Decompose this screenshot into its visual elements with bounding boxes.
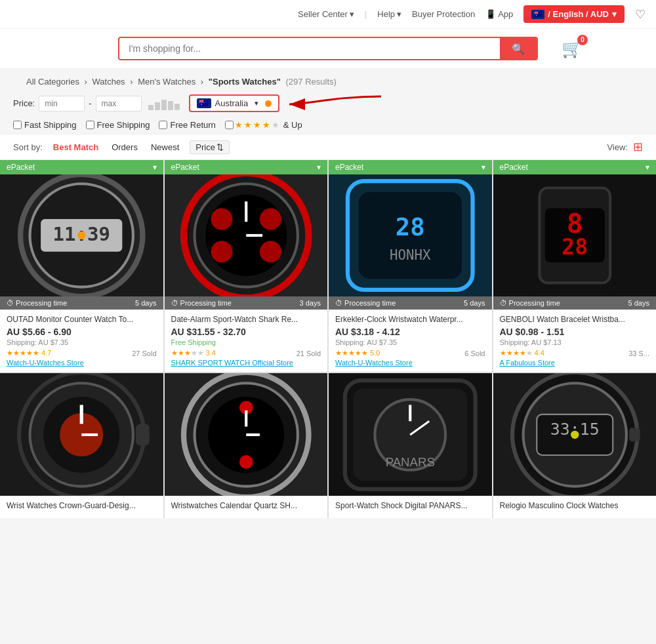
product-card[interactable]: ePacket ▾ 8 28 ⏱ Processing time 5 days … bbox=[493, 160, 657, 372]
app-link[interactable]: 📱 App bbox=[485, 9, 513, 19]
star-icon: ★ bbox=[361, 349, 368, 357]
product-image: 33:15 bbox=[493, 373, 657, 495]
sort-price[interactable]: Price ⇅ bbox=[190, 140, 230, 154]
free-return-filter[interactable]: Free Return bbox=[159, 120, 215, 130]
grid-view-button[interactable]: ⊞ bbox=[633, 140, 643, 154]
epacket-label: ePacket bbox=[500, 163, 528, 172]
view-label: View: bbox=[607, 142, 628, 152]
store-link[interactable]: A Fabulous Store bbox=[500, 359, 650, 367]
svg-text:28: 28 bbox=[396, 212, 425, 241]
product-title: Sport-Watch Shock Digital PANARS... bbox=[335, 501, 485, 510]
product-price: AU $0.98 - 1.51 bbox=[500, 327, 650, 337]
svg-text:PANARS: PANARS bbox=[386, 454, 435, 468]
chevron-down-icon: ▾ bbox=[646, 163, 649, 172]
fast-shipping-checkbox[interactable] bbox=[13, 121, 22, 129]
search-input[interactable] bbox=[119, 38, 500, 59]
search-icon: 🔍 bbox=[512, 43, 525, 54]
product-card[interactable]: Wristwatches Calendar Quartz SH... bbox=[165, 373, 328, 517]
product-shipping: Shipping: AU $7.13 bbox=[500, 338, 650, 346]
clock-icon: ⏱ Processing time bbox=[335, 299, 396, 307]
cart-badge: 0 bbox=[577, 35, 588, 45]
star-icon: ★ bbox=[262, 120, 270, 130]
breadcrumb-all-categories[interactable]: All Categories bbox=[26, 77, 79, 87]
price-min-input[interactable] bbox=[39, 96, 85, 111]
sold-count: 21 Sold bbox=[297, 350, 321, 357]
product-meta: ★★★★★ 3.4 21 Sold bbox=[171, 349, 321, 357]
cart-button[interactable]: 🛒 0 bbox=[562, 39, 583, 59]
language-selector[interactable]: 🇦🇺 / English / AUD ▾ bbox=[523, 5, 625, 23]
breadcrumb-mens-watches[interactable]: Men's Watches bbox=[138, 77, 195, 87]
price-sort-label: Price bbox=[195, 142, 215, 152]
star-icon: ★ bbox=[520, 349, 526, 357]
sort-best-match[interactable]: Best Match bbox=[51, 141, 101, 153]
store-link[interactable]: Watch-U-Watches Store bbox=[335, 359, 485, 367]
wishlist-icon[interactable]: ♡ bbox=[635, 7, 646, 22]
product-title: Wrist Watches Crown-Guard-Desig... bbox=[7, 501, 157, 510]
product-price: AU $3.18 - 4.12 bbox=[335, 327, 485, 337]
product-shipping: Shipping: AU $7.35 bbox=[7, 338, 157, 346]
store-link[interactable]: SHARK SPORT WATCH Official Store bbox=[171, 359, 321, 367]
product-info: Wristwatches Calendar Quartz SH... bbox=[165, 496, 328, 518]
watch-image: 28 HONHX bbox=[329, 174, 492, 296]
store-link[interactable]: Watch-U-Watches Store bbox=[7, 359, 157, 367]
svg-rect-38 bbox=[136, 424, 150, 445]
star-icon: ★ bbox=[13, 349, 20, 357]
free-shipping-checkbox[interactable] bbox=[86, 121, 94, 129]
sort-by-label: Sort by: bbox=[13, 142, 43, 152]
search-button[interactable]: 🔍 bbox=[500, 38, 537, 59]
product-card[interactable]: 33:15 Relogio Masculino Clock Watches bbox=[493, 373, 657, 517]
watch-image: 11:39 bbox=[0, 174, 163, 296]
price-bar bbox=[161, 100, 167, 110]
product-info: Wrist Watches Crown-Guard-Desig... bbox=[0, 496, 163, 518]
product-info: OUTAD Monitor Counter Watch To... AU $5.… bbox=[0, 310, 163, 372]
star-rating-checkbox[interactable] bbox=[225, 121, 234, 129]
seller-center-link[interactable]: Seller Center ▾ bbox=[298, 9, 354, 19]
breadcrumb-watches[interactable]: Watches bbox=[92, 77, 125, 87]
price-range-sep: - bbox=[89, 98, 91, 108]
notification-dot bbox=[265, 100, 272, 107]
australia-flag-icon: 🇦🇺 bbox=[531, 10, 544, 19]
product-card[interactable]: ePacket ▾ ⏱ Processing time 3 days Date-… bbox=[165, 160, 328, 372]
help-link[interactable]: Help ▾ bbox=[377, 9, 401, 19]
star-empty-icon: ★ bbox=[272, 120, 279, 130]
nav-separator: | bbox=[365, 9, 367, 19]
product-shipping: Shipping: AU $7.35 bbox=[335, 338, 485, 346]
epacket-bar: ePacket ▾ bbox=[0, 160, 163, 174]
sort-orders[interactable]: Orders bbox=[109, 141, 140, 153]
rating-stars: ★★★★★ 5.0 bbox=[335, 349, 380, 357]
watch-image bbox=[0, 373, 163, 495]
star-icon: ★ bbox=[7, 349, 13, 357]
product-card[interactable]: PANARS Sport-Watch Shock Digital PANARS.… bbox=[329, 373, 492, 517]
processing-days: 5 days bbox=[135, 299, 156, 307]
fast-shipping-filter[interactable]: Fast Shipping bbox=[13, 120, 77, 130]
country-selector[interactable]: 🇦🇺 Australia ▾ bbox=[189, 94, 280, 112]
buyer-protection-label: Buyer Protection bbox=[412, 9, 475, 19]
sort-newest[interactable]: Newest bbox=[148, 141, 182, 153]
product-card[interactable]: ePacket ▾ 11:39 ⏱ Processing time 5 days… bbox=[0, 160, 163, 372]
star-empty-icon: ★ bbox=[197, 349, 204, 357]
search-form: 🔍 bbox=[118, 37, 538, 60]
star-rating-filter[interactable]: ★ ★ ★ ★ ★ & Up bbox=[225, 120, 302, 130]
clock-icon: ⏱ Processing time bbox=[171, 299, 232, 307]
product-title: Erkekler-Clock Wristwatch Waterpr... bbox=[335, 315, 485, 324]
product-card[interactable]: Wrist Watches Crown-Guard-Desig... bbox=[0, 373, 163, 517]
star-icon: ★ bbox=[513, 349, 520, 357]
product-card[interactable]: ePacket ▾ 28 HONHX ⏱ Processing time 5 d… bbox=[329, 160, 492, 372]
processing-days: 5 days bbox=[628, 299, 649, 307]
free-return-checkbox[interactable] bbox=[159, 121, 167, 129]
watch-image: 33:15 bbox=[493, 373, 657, 495]
price-max-input[interactable] bbox=[96, 96, 142, 111]
view-controls: View: ⊞ bbox=[607, 140, 643, 154]
svg-point-15 bbox=[211, 241, 232, 262]
app-label: App bbox=[498, 9, 513, 19]
product-image: 28 HONHX bbox=[329, 174, 492, 296]
processing-days: 5 days bbox=[464, 299, 485, 307]
free-shipping-filter[interactable]: Free Shipping bbox=[86, 120, 150, 130]
product-image: PANARS bbox=[329, 373, 492, 495]
watch-image bbox=[165, 373, 328, 495]
star-icon: ★ bbox=[178, 349, 184, 357]
epacket-label: ePacket bbox=[7, 163, 35, 172]
breadcrumb: All Categories › Watches › Men's Watches… bbox=[13, 69, 643, 91]
product-price: AU $31.55 - 32.70 bbox=[171, 327, 321, 337]
buyer-protection-link[interactable]: Buyer Protection bbox=[412, 9, 475, 19]
